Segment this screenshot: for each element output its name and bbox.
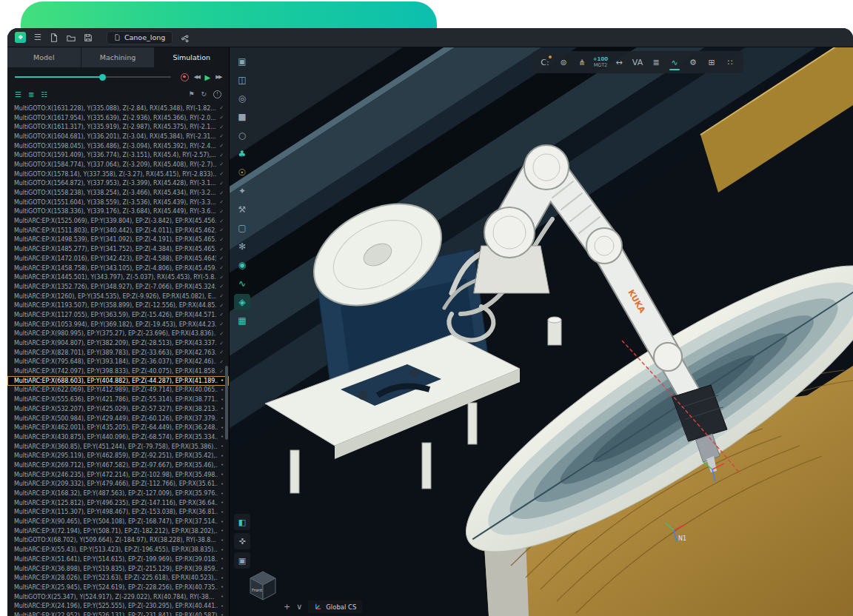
command-row[interactable]: MultiARC:EP:X(28.026), EP:Y(523.63), EP:… (7, 573, 229, 583)
point-icon[interactable]: ◉ (234, 257, 250, 273)
tools-icon[interactable]: ⚒ (234, 201, 250, 218)
command-row[interactable]: MultiARC:EP:X(1458.758), EP:Y(343.105), … (7, 264, 229, 273)
slider-handle[interactable] (99, 74, 106, 81)
command-row[interactable]: MultiARC:EP:X(269.712), EP:Y(467.582), E… (7, 461, 229, 470)
command-row[interactable]: MultiARC:EP:X(24.196), EP:Y(525.555), EP… (7, 601, 229, 611)
expand-list-icon[interactable]: ☷ (41, 91, 47, 98)
spline-icon[interactable]: ∿ (234, 275, 250, 292)
chart-icon[interactable]: ∿ (666, 53, 683, 71)
open-folder-icon[interactable] (67, 33, 76, 42)
command-row[interactable]: MultiARC:EP:X(209.332), EP:Y(479.466), E… (7, 480, 229, 489)
command-row[interactable]: MultiARC:EP:X(795.648), EP:Y(393.184), E… (7, 358, 229, 367)
gripper-icon[interactable]: ⋔ (573, 53, 591, 71)
mgt-badge[interactable]: +100 MGT2 (592, 53, 609, 71)
frames-icon[interactable]: ◈ (234, 294, 250, 310)
warning-icon[interactable]: ! (213, 90, 221, 98)
command-row[interactable]: MultiARC:EP:X(51.641), EP:Y(514.615), EP… (7, 555, 229, 564)
command-row[interactable]: MultiGOTO:X(1631.228), Y(335.088), Z(-2.… (7, 104, 229, 113)
grid-icon[interactable]: ⊞ (703, 53, 720, 71)
command-row[interactable]: MultiARC:EP:X(430.875), EP:Y(440.096), E… (7, 432, 229, 442)
command-row[interactable]: MultiARC:EP:X(360.85), EP:Y(451.244), EP… (7, 442, 229, 452)
play-button[interactable]: ▶ (205, 73, 211, 81)
command-row[interactable]: MultiGOTO:X(68.702), Y(509.664), Z(-184.… (7, 536, 229, 546)
command-row[interactable]: MultiARC:EP:X(904.807), EP:Y(382.209), E… (7, 338, 229, 348)
coordinate-system-chip[interactable]: Global CS (308, 600, 362, 613)
command-row[interactable]: MultiGOTO:X(1611.317), Y(335.919), Z(-2.… (7, 122, 229, 132)
command-list-scrollbar[interactable] (225, 366, 228, 440)
share-icon[interactable] (181, 33, 190, 42)
command-row[interactable]: MultiARC:EP:X(125.812), EP:Y(496.235), E… (7, 498, 229, 508)
probe-icon[interactable]: ✦ (234, 183, 250, 199)
command-row[interactable]: MultiGOTO:X(25.347), Y(524.917), Z(-229.… (7, 592, 229, 602)
command-row[interactable]: MultiARC:EP:X(168.32), EP:Y(487.563), EP… (7, 489, 229, 498)
command-row[interactable]: MultiARC:EP:X(1352.726), EP:Y(348.927), … (7, 282, 229, 292)
app-logo-icon[interactable]: ❖ (15, 32, 26, 43)
command-row[interactable]: MultiGOTO:X(1617.954), Y(335.639), Z(-2.… (7, 113, 229, 123)
tab-machining[interactable]: Machining (81, 47, 155, 67)
command-row[interactable]: MultiARC:EP:X(1472.016), EP:Y(342.423), … (7, 254, 229, 264)
fixture-icon[interactable]: ○ (234, 127, 250, 144)
command-row[interactable]: MultiARC:EP:X(55.43), EP:Y(513.423), EP:… (7, 545, 229, 555)
mesh-icon[interactable]: ▦ (234, 312, 250, 329)
monitor-icon[interactable]: ▢ (234, 220, 250, 236)
command-row[interactable]: MultiARC:EP:X(90.465), EP:Y(504.108), EP… (7, 517, 229, 526)
new-document-icon[interactable] (50, 33, 58, 42)
command-row[interactable]: MultiARC:EP:X(462.001), EP:Y(435.205), E… (7, 423, 229, 432)
bulb-icon[interactable]: ☉ (234, 164, 250, 181)
command-row[interactable]: MultiARC:EP:X(742.097), EP:Y(398.833), E… (7, 366, 229, 376)
spindle-icon[interactable]: ◎ (234, 90, 250, 107)
command-row[interactable]: MultiARC:EP:X(980.995), EP:Y(375.27), EP… (7, 329, 229, 339)
controller-icon[interactable]: C: (536, 53, 554, 71)
command-row[interactable]: MultiARC:EP:X(688.603), EP:Y(404.882), E… (7, 376, 229, 386)
robot-icon[interactable]: ⊚ (555, 53, 572, 71)
command-row[interactable]: MultiGOTO:X(1551.604), Y(338.559), Z(-3.… (7, 198, 229, 207)
command-row[interactable]: MultiARC:EP:X(1127.055), EP:Y(363.59), E… (7, 310, 229, 320)
command-row[interactable]: MultiARC:EP:X(532.207), EP:Y(425.029), E… (7, 404, 229, 414)
command-row[interactable]: MultiARC:EP:X(1525.069), EP:Y(339.804), … (7, 216, 229, 226)
command-row[interactable]: MultiARC:EP:X(22.952), EP:Y(526.131), EP… (7, 611, 229, 616)
record-button[interactable] (181, 73, 189, 81)
collapse-list-icon[interactable]: ≣ (28, 91, 34, 98)
goto-operation-icon[interactable]: ⚑ (188, 91, 194, 98)
command-row[interactable]: MultiGOTO:X(1564.872), Y(337.953), Z(-3.… (7, 179, 229, 189)
refresh-icon[interactable]: ↻ (201, 91, 207, 98)
command-row[interactable]: MultiARC:EP:X(115.307), EP:Y(498.467), E… (7, 508, 229, 518)
command-row[interactable]: MultiARC:EP:X(1445.501), Y(343.797), Z(-… (7, 272, 229, 282)
command-row[interactable]: MultiGOTO:X(1538.336), Y(339.176), Z(-3.… (7, 207, 229, 217)
command-row[interactable]: MultiGOTO:X(1584.774), Y(337.064), Z(-3.… (7, 160, 229, 170)
command-row[interactable]: MultiARC:EP:X(1485.277), EP:Y(341.752), … (7, 244, 229, 254)
command-row[interactable]: MultiGOTO:X(1598.045), Y(336.486), Z(-3.… (7, 141, 229, 151)
command-row[interactable]: MultiARC:EP:X(36.898), EP:Y(519.835), EP… (7, 564, 229, 574)
command-row[interactable]: MultiARC:EP:X(622.069), EP:Y(412.989), E… (7, 386, 229, 395)
gear-icon[interactable]: ⚙ (684, 53, 702, 71)
command-row[interactable]: MultiARC:EP:X(1260), EP:Y(354.535), EP:Z… (7, 292, 229, 301)
camera-icon[interactable]: ▣ (234, 552, 250, 569)
stock-icon[interactable]: ■ (234, 109, 250, 125)
command-row[interactable]: MultiARC:EP:X(1498.539), EP:Y(341.092), … (7, 235, 229, 245)
menu-icon[interactable]: ☰ (34, 33, 41, 41)
va-icon[interactable]: VA (629, 53, 646, 71)
apps-icon[interactable]: ∷ (721, 53, 739, 71)
command-row[interactable]: MultiGOTO:X(1604.681), Y(336.201), Z(-3.… (7, 132, 229, 141)
command-row[interactable]: MultiARC:EP:X(1193.507), EP:Y(358.899), … (7, 301, 229, 310)
walk-mode-icon[interactable]: ✜ (234, 533, 250, 549)
printer-icon[interactable]: ◫ (234, 72, 250, 88)
command-row[interactable]: MultiARC:EP:X(295.119), EP:Y(462.859), E… (7, 451, 229, 461)
command-row[interactable]: MultiARC:EP:X(25.945), EP:Y(524.619), EP… (7, 583, 229, 592)
add-view-button[interactable]: + (284, 603, 290, 611)
view-cube[interactable]: Front (246, 569, 280, 603)
command-row[interactable]: MultiGOTO:X(1591.409), Y(336.774), Z(-3.… (7, 150, 229, 160)
command-row[interactable]: MultiARC:EP:X(1053.994), EP:Y(369.182), … (7, 320, 229, 329)
measure-icon[interactable]: ↔ (610, 53, 628, 71)
command-row[interactable]: MultiARC:EP:X(246.235), EP:Y(472.214), E… (7, 470, 229, 480)
command-row[interactable]: MultiGOTO:X(1558.238), Y(338.254), Z(-3.… (7, 188, 229, 198)
document-tab[interactable]: Canoe_long (107, 31, 173, 44)
rewind-button[interactable]: ◀◀ (194, 74, 200, 80)
fast-forward-button[interactable]: ▶▶ (215, 74, 221, 80)
save-icon[interactable] (84, 33, 93, 42)
tab-simulation[interactable]: Simulation (155, 47, 229, 67)
3d-viewport[interactable]: KUKA (230, 47, 853, 616)
command-row[interactable]: MultiGOTO:X(1578.14), Y(337.358), Z(-3.2… (7, 170, 229, 179)
cube-view-icon[interactable]: ◧ (234, 514, 250, 530)
command-row[interactable]: MultiARC:EP:X(555.636), EP:Y(421.786), E… (7, 395, 229, 404)
